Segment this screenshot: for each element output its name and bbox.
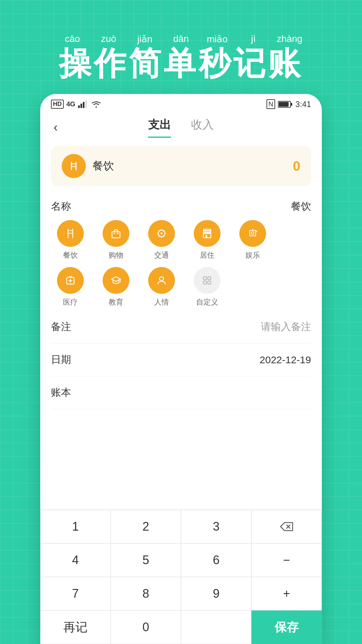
note-value: 请输入备注	[261, 320, 311, 334]
svg-rect-27	[205, 235, 207, 238]
svg-rect-11	[112, 232, 120, 238]
pinyin-1: cāo	[54, 34, 90, 45]
category-medical[interactable]: 医疗	[51, 267, 90, 307]
name-value: 餐饮	[291, 200, 311, 213]
category-label-education: 教育	[109, 297, 123, 307]
amount-value: 0	[293, 159, 300, 174]
category-education[interactable]: 教育	[97, 267, 135, 307]
category-label-social: 人情	[154, 297, 169, 307]
pinyin-7: zhàng	[272, 34, 308, 45]
category-transport[interactable]: 交通	[142, 220, 181, 260]
category-label-transport: 交通	[154, 250, 169, 260]
key-5[interactable]: 5	[111, 543, 181, 577]
svg-rect-40	[208, 281, 211, 284]
amount-category-icon	[62, 154, 86, 178]
svg-rect-2	[83, 102, 84, 108]
svg-rect-37	[203, 277, 206, 280]
key-8[interactable]: 8	[111, 577, 181, 610]
name-label: 名称	[51, 200, 71, 213]
svg-point-13	[117, 233, 118, 234]
svg-point-31	[251, 232, 254, 234]
pinyin-6: jì	[235, 34, 272, 45]
category-dining[interactable]: 餐饮	[51, 220, 90, 260]
key-1[interactable]: 1	[40, 510, 111, 543]
nav-bar: ‹ 支出 收入	[40, 112, 322, 138]
svg-rect-0	[78, 105, 80, 108]
category-icon-housing	[194, 220, 221, 247]
svg-rect-1	[80, 104, 82, 108]
keyboard-row-4: 再记 0 保存	[40, 610, 322, 644]
svg-rect-5	[291, 103, 292, 106]
form-note-row[interactable]: 备注 请输入备注	[51, 311, 311, 343]
amount-category-name: 餐饮	[93, 159, 286, 173]
categories-grid: 餐饮 购物	[51, 213, 311, 311]
category-icon-education	[103, 267, 129, 294]
key-dot[interactable]	[181, 610, 251, 644]
back-button[interactable]: ‹	[54, 120, 58, 135]
key-9[interactable]: 9	[181, 577, 251, 610]
date-label: 日期	[51, 353, 71, 367]
date-value: 2022-12-19	[260, 354, 311, 366]
key-7[interactable]: 7	[40, 577, 111, 610]
network-4g: 4G	[66, 100, 75, 108]
svg-line-20	[159, 230, 159, 231]
category-custom[interactable]: 自定义	[188, 267, 227, 307]
pinyin-4: dān	[163, 34, 199, 45]
key-minus[interactable]: −	[251, 543, 322, 577]
category-icon-medical	[57, 267, 84, 294]
category-social[interactable]: 人情	[142, 267, 181, 307]
category-icon-custom	[194, 267, 221, 294]
keyboard: 1 2 3 4 5 6 − 7 8 9 + 再记	[40, 509, 322, 644]
category-label-custom: 自定义	[196, 297, 218, 307]
key-backspace[interactable]	[251, 510, 322, 543]
category-icon-social	[148, 267, 175, 294]
category-label-entertainment: 娱乐	[245, 250, 260, 260]
status-bar: HD 4G N 3:41	[40, 94, 322, 112]
pinyin-row: cāo zuò jiǎn dān miǎo jì zhàng	[0, 34, 362, 45]
time-display: 3:41	[295, 100, 311, 109]
category-label-shopping: 购物	[109, 250, 123, 260]
category-icon-dining	[57, 220, 84, 247]
key-save[interactable]: 保存	[251, 610, 322, 644]
wifi-icon	[91, 100, 102, 108]
tab-expense[interactable]: 支出	[148, 117, 171, 138]
category-housing[interactable]: 居住	[188, 220, 227, 260]
form-section: 名称 餐饮 餐饮	[40, 194, 322, 409]
phone-mockup: HD 4G N 3:41	[40, 94, 322, 644]
nfc-icon: N	[266, 99, 275, 109]
category-shopping[interactable]: 购物	[97, 220, 135, 260]
key-3[interactable]: 3	[181, 510, 251, 543]
svg-line-21	[164, 236, 165, 236]
svg-line-22	[164, 230, 165, 231]
keyboard-row-3: 7 8 9 +	[40, 577, 322, 610]
key-0[interactable]: 0	[111, 610, 181, 644]
main-title: 操作简单秒记账	[0, 47, 362, 79]
pinyin-2: zuò	[90, 34, 127, 45]
tab-income[interactable]: 收入	[191, 117, 214, 138]
category-icon-entertainment	[239, 220, 266, 247]
category-entertainment[interactable]: 娱乐	[233, 220, 272, 260]
key-6[interactable]: 6	[181, 543, 251, 577]
signal-icon	[78, 101, 88, 108]
pinyin-3: jiǎn	[127, 34, 163, 45]
form-account-row[interactable]: 账本	[51, 376, 311, 409]
key-plus[interactable]: +	[251, 577, 322, 610]
form-date-row[interactable]: 日期 2022-12-19	[51, 343, 311, 376]
keyboard-row-1: 1 2 3	[40, 510, 322, 543]
hd-badge: HD	[51, 100, 64, 109]
svg-point-12	[114, 233, 115, 234]
svg-rect-38	[208, 277, 211, 280]
category-label-housing: 居住	[200, 250, 215, 260]
key-4[interactable]: 4	[40, 543, 111, 577]
category-icon-shopping	[103, 220, 129, 247]
category-icon-transport	[148, 220, 175, 247]
amount-display: 餐饮 0	[51, 146, 311, 186]
keyboard-row-2: 4 5 6 −	[40, 543, 322, 577]
account-label: 账本	[51, 386, 71, 399]
form-name-row: 名称 餐饮	[51, 194, 311, 213]
header-section: cāo zuò jiǎn dān miǎo jì zhàng 操作简单秒记账	[0, 0, 362, 100]
battery-icon	[278, 101, 293, 108]
key-again[interactable]: 再记	[40, 610, 111, 644]
key-2[interactable]: 2	[111, 510, 181, 543]
note-label: 备注	[51, 320, 71, 334]
